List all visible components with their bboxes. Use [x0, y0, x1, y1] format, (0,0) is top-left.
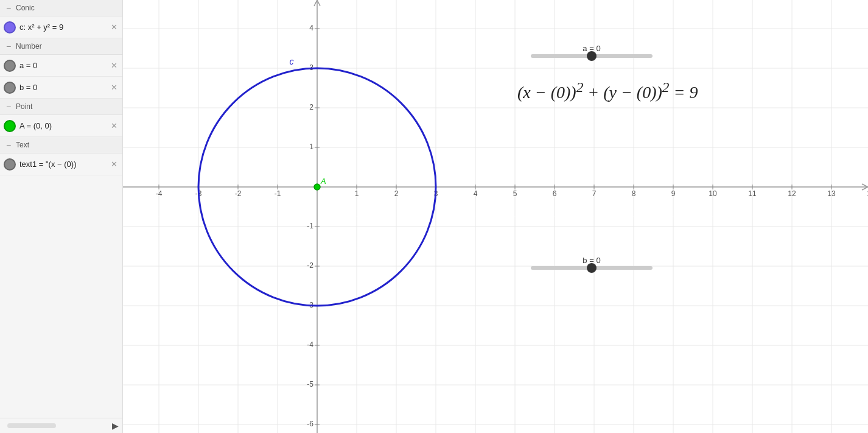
point-A-close-button[interactable]: ✕ — [109, 121, 119, 131]
text1-close-button[interactable]: ✕ — [109, 160, 119, 169]
conic-c-icon — [4, 21, 16, 33]
sidebar-bottom: ▶ — [0, 418, 122, 433]
main-canvas-area: a = 0 b = 0 (x − (0))2 + (y − (0))2 = 9 — [123, 0, 868, 433]
slider-a-thumb[interactable] — [587, 51, 597, 61]
text1-label: text1 = "(x − (0)) — [19, 160, 105, 169]
num-a-label: a = 0 — [19, 61, 105, 70]
section-number[interactable]: − Number — [0, 38, 122, 55]
num-b-close-button[interactable]: ✕ — [109, 83, 119, 93]
collapse-conic-icon[interactable]: − — [5, 4, 12, 12]
section-text[interactable]: − Text — [0, 137, 122, 153]
sidebar-scrollbar[interactable] — [7, 423, 56, 428]
graph-canvas[interactable] — [123, 0, 868, 433]
point-A-label: A = (0, 0) — [19, 121, 105, 130]
sidebar-expand-arrow[interactable]: ▶ — [112, 421, 119, 431]
collapse-point-icon[interactable]: − — [5, 103, 12, 110]
slider-b-thumb[interactable] — [587, 263, 597, 273]
section-point[interactable]: − Point — [0, 99, 122, 115]
slider-b-container: b = 0 — [531, 256, 653, 270]
point-A-icon — [4, 120, 16, 132]
conic-c-close-button[interactable]: ✕ — [109, 23, 119, 32]
text1-icon — [4, 158, 16, 171]
section-number-label: Number — [16, 42, 42, 51]
section-conic[interactable]: − Conic — [0, 0, 122, 16]
slider-b-track[interactable] — [531, 266, 653, 270]
point-A-row: A = (0, 0) ✕ — [0, 115, 122, 137]
sidebar: − Conic c: x² + y² = 9 ✕ − Number a = 0 … — [0, 0, 123, 433]
num-b-label: b = 0 — [19, 83, 105, 92]
equation-display: (x − (0))2 + (y − (0))2 = 9 — [517, 79, 698, 102]
num-a-icon — [4, 60, 16, 72]
conic-c-label: c: x² + y² = 9 — [19, 23, 105, 32]
num-b-row: b = 0 ✕ — [0, 77, 122, 99]
section-point-label: Point — [16, 102, 32, 111]
num-a-row: a = 0 ✕ — [0, 55, 122, 77]
equation-text: (x − (0))2 + (y − (0))2 = 9 — [517, 83, 698, 102]
section-conic-label: Conic — [16, 4, 35, 12]
collapse-text-icon[interactable]: − — [5, 141, 12, 149]
section-text-label: Text — [16, 141, 29, 149]
collapse-number-icon[interactable]: − — [5, 43, 12, 50]
text1-row: text1 = "(x − (0)) ✕ — [0, 153, 122, 175]
conic-c-row: c: x² + y² = 9 ✕ — [0, 16, 122, 38]
slider-a-container: a = 0 — [531, 44, 653, 58]
num-b-icon — [4, 82, 16, 94]
slider-a-track[interactable] — [531, 54, 653, 58]
num-a-close-button[interactable]: ✕ — [109, 61, 119, 71]
